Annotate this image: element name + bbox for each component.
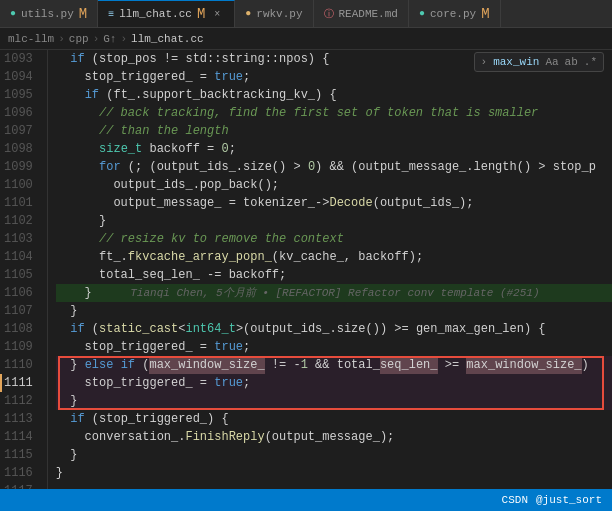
ln-1105: 1105 xyxy=(0,266,39,284)
sep2: › xyxy=(93,33,100,45)
find-opt-word[interactable]: ab xyxy=(565,56,578,68)
code-line-1117: } xyxy=(56,464,612,482)
highlight-maxwin2: max_window_size_ xyxy=(466,356,581,374)
tab-bar: ● utils.py M ≡ llm_chat.cc M × ● rwkv.py… xyxy=(0,0,612,28)
red-box-section: } else if (max_window_size_ != -1 && tot… xyxy=(56,356,612,410)
tab-icon-core: ● xyxy=(419,8,425,19)
breadcrumb-mlc[interactable]: mlc-llm xyxy=(8,33,54,45)
sep1: › xyxy=(58,33,65,45)
code-line-1110: stop_triggered_ = true; xyxy=(56,338,612,356)
code-line-1116: } xyxy=(56,446,612,464)
ln-1107: 1107 xyxy=(0,302,39,320)
tab-label-rwkv: rwkv.py xyxy=(256,8,302,20)
tab-close-llm[interactable]: × xyxy=(210,7,224,21)
ln-1094: 1094 xyxy=(0,68,39,86)
tab-label-utils: utils.py xyxy=(21,8,74,20)
ln-1096: 1096 xyxy=(0,104,39,122)
code-line-1115: conversation_.FinishReply(output_message… xyxy=(56,428,612,446)
ln-1114: 1114 xyxy=(0,428,39,446)
ln-1101: 1101 xyxy=(0,194,39,212)
code-line-1102: } xyxy=(56,212,612,230)
tab-modified-utils: M xyxy=(79,7,87,21)
ln-1117: 1117 xyxy=(0,482,39,489)
tab-core-py[interactable]: ● core.py M xyxy=(409,0,501,27)
tab-icon-rwkv: ● xyxy=(245,8,251,19)
code-line-1100: output_ids_.pop_back(); xyxy=(56,176,612,194)
tab-llm-chat[interactable]: ≡ llm_chat.cc M × xyxy=(98,0,235,27)
ln-1112: 1112 xyxy=(0,392,39,410)
ln-1103: 1103 xyxy=(0,230,39,248)
ln-1100: 1100 xyxy=(0,176,39,194)
tab-label-llm: llm_chat.cc xyxy=(119,8,192,20)
breadcrumb: mlc-llm › cpp › G↑ › llm_chat.cc xyxy=(0,28,612,50)
tab-rwkv[interactable]: ● rwkv.py xyxy=(235,0,313,27)
code-line-1097: // than the length xyxy=(56,122,612,140)
highlight-maxwin: max_window_size_ xyxy=(149,356,264,374)
tab-modified-core: M xyxy=(481,7,489,21)
find-opt-case[interactable]: Aa xyxy=(545,56,558,68)
code-line-1114: if (stop_triggered_) { xyxy=(56,410,612,428)
ln-1098: 1098 xyxy=(0,140,39,158)
code-line-1099: for (; (output_ids_.size() > 0) && (outp… xyxy=(56,158,612,176)
sep3: › xyxy=(120,33,127,45)
code-line-1112: stop_triggered_ = true; xyxy=(56,374,612,392)
code-area: if (stop_pos != std::string::npos) { sto… xyxy=(48,50,612,489)
tab-utils-py[interactable]: ● utils.py M xyxy=(0,0,98,27)
code-line-1107: } xyxy=(56,302,612,320)
ln-1106: 1106 xyxy=(0,284,39,302)
code-line-1096: // back tracking, find the first set of … xyxy=(56,104,612,122)
ln-1115: 1115 xyxy=(0,446,39,464)
code-line-1109: if (static_cast<int64_t>(output_ids_.siz… xyxy=(56,320,612,338)
ln-1093: 1093 xyxy=(0,50,39,68)
ln-1111: 1111 xyxy=(0,374,39,392)
code-line-1113: } xyxy=(56,392,612,410)
tab-readme[interactable]: ⓘ README.md xyxy=(314,0,409,27)
code-line-1103: // resize kv to remove the context xyxy=(56,230,612,248)
status-bar: CSDN @just_sort xyxy=(0,489,612,511)
handle-label: @just_sort xyxy=(536,494,602,506)
ln-1108: 1108 xyxy=(0,320,39,338)
code-line-1105: total_seq_len_ -= backoff; xyxy=(56,266,612,284)
code-line-1104: ft_.fkvcache_array_popn_(kv_cache_, back… xyxy=(56,248,612,266)
find-opt-regex[interactable]: .* xyxy=(584,56,597,68)
ln-1104: 1104 xyxy=(0,248,39,266)
highlight-seq: seq_len_ xyxy=(380,356,438,374)
code-line-1111: } else if (max_window_size_ != -1 && tot… xyxy=(56,356,612,374)
ln-1116: 1116 xyxy=(0,464,39,482)
code-line-1095: if (ft_.support_backtracking_kv_) { xyxy=(56,86,612,104)
ln-1099: 1099 xyxy=(0,158,39,176)
tab-modified-llm: M xyxy=(197,7,205,21)
code-line-1098: size_t backoff = 0; xyxy=(56,140,612,158)
code-line-1101: output_message_ = tokenizer_->Decode(out… xyxy=(56,194,612,212)
tab-label-core: core.py xyxy=(430,8,476,20)
editor-container: › max_win Aa ab .* 1093 1094 1095 1096 1… xyxy=(0,50,612,489)
tab-icon-utils: ● xyxy=(10,8,16,19)
breadcrumb-g[interactable]: G↑ xyxy=(103,33,116,45)
tab-icon-readme: ⓘ xyxy=(324,7,334,21)
line-numbers: 1093 1094 1095 1096 1097 1098 1099 1100 … xyxy=(0,50,48,489)
breadcrumb-file[interactable]: llm_chat.cc xyxy=(131,33,204,45)
ln-1109: 1109 xyxy=(0,338,39,356)
code-line-1106: } Tianqi Chen, 5个月前 • [REFACTOR] Refacto… xyxy=(56,284,612,302)
find-arrow[interactable]: › xyxy=(481,56,488,68)
ln-1113: 1113 xyxy=(0,410,39,428)
find-text: max_win xyxy=(493,56,539,68)
tab-label-readme: README.md xyxy=(339,8,398,20)
breadcrumb-cpp[interactable]: cpp xyxy=(69,33,89,45)
find-widget[interactable]: › max_win Aa ab .* xyxy=(474,52,604,72)
ln-1110: 1110 xyxy=(0,356,39,374)
ln-1102: 1102 xyxy=(0,212,39,230)
csdn-label: CSDN xyxy=(502,494,528,506)
ln-1097: 1097 xyxy=(0,122,39,140)
tab-icon-llm: ≡ xyxy=(108,9,114,20)
ln-1095: 1095 xyxy=(0,86,39,104)
